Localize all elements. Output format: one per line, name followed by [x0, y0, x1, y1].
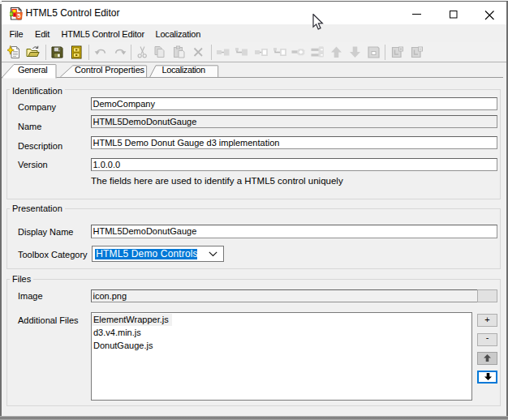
- svg-text:5: 5: [17, 12, 20, 19]
